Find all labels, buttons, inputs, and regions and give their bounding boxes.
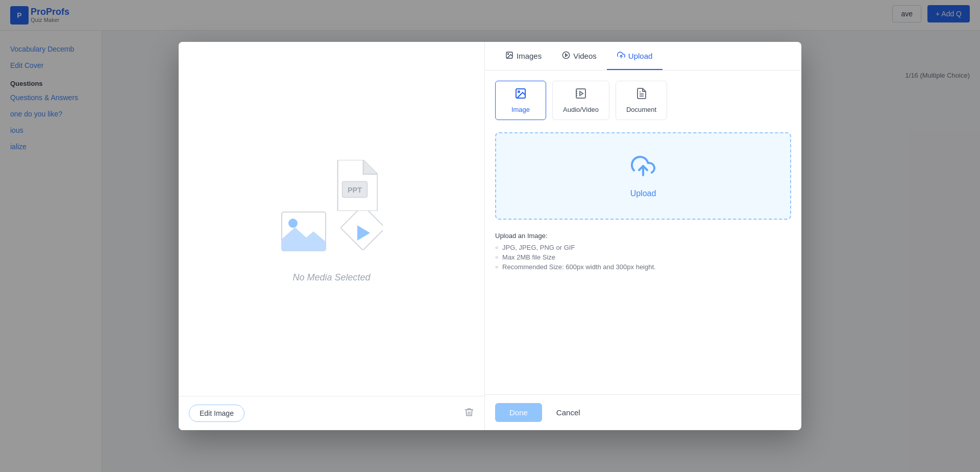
svg-point-7 <box>508 53 509 54</box>
upload-type-tabs: Image Audio/Video <box>495 81 791 120</box>
info-item-formats: JPG, JPEG, PNG or GIF <box>495 244 791 251</box>
cancel-button[interactable]: Cancel <box>548 403 589 422</box>
audio-video-type-icon <box>575 87 587 103</box>
upload-area-label: Upload <box>630 189 656 198</box>
modal-dialog: PPT <box>179 42 801 430</box>
edit-image-button[interactable]: Edit Image <box>189 405 244 422</box>
no-media-text: No Media Selected <box>292 272 370 283</box>
modal-left-panel: PPT <box>179 42 485 430</box>
upload-info-section: Upload an Image: JPG, JPEG, PNG or GIF M… <box>495 232 791 271</box>
upload-tab-icon <box>617 51 625 61</box>
modal-right-panel: Images Videos <box>485 42 801 430</box>
upload-type-audio-video[interactable]: Audio/Video <box>552 81 609 120</box>
svg-rect-13 <box>576 89 585 98</box>
diamond-icon <box>337 211 383 257</box>
ppt-icon: PPT <box>332 160 378 211</box>
upload-info-title: Upload an Image: <box>495 232 791 240</box>
videos-tab-label: Videos <box>573 52 597 60</box>
upload-drop-area[interactable]: Upload <box>495 132 791 220</box>
media-preview-area: PPT <box>179 42 484 396</box>
media-placeholder-icons: PPT <box>276 155 388 257</box>
image-type-icon <box>514 87 527 103</box>
svg-marker-9 <box>566 54 568 56</box>
tab-upload[interactable]: Upload <box>607 43 663 69</box>
svg-point-3 <box>288 219 298 228</box>
svg-text:PPT: PPT <box>347 186 361 194</box>
images-tab-label: Images <box>517 52 542 60</box>
info-item-size: Max 2MB file Size <box>495 253 791 261</box>
audio-video-type-label: Audio/Video <box>563 106 599 113</box>
upload-type-image[interactable]: Image <box>495 81 546 120</box>
tab-videos[interactable]: Videos <box>552 43 607 69</box>
image-type-label: Image <box>511 106 530 113</box>
images-tab-icon <box>505 51 513 61</box>
done-button[interactable]: Done <box>495 403 542 422</box>
svg-point-12 <box>518 91 520 92</box>
document-type-label: Document <box>626 106 656 113</box>
image-placeholder-icon <box>281 211 327 252</box>
tab-bar: Images Videos <box>485 42 801 70</box>
svg-point-8 <box>563 52 570 58</box>
upload-tab-label: Upload <box>628 52 653 60</box>
document-type-icon <box>635 87 648 103</box>
upload-cloud-icon <box>631 154 655 183</box>
modal-right-footer: Done Cancel <box>485 394 801 430</box>
tab-images[interactable]: Images <box>495 43 552 69</box>
videos-tab-icon <box>562 51 570 61</box>
info-item-recommended: Recommended Size: 600px width and 300px … <box>495 263 791 271</box>
modal-overlay: PPT <box>0 0 980 472</box>
modal-left-footer: Edit Image <box>179 396 484 430</box>
svg-marker-14 <box>580 91 583 96</box>
upload-info-list: JPG, JPEG, PNG or GIF Max 2MB file Size … <box>495 244 791 271</box>
upload-type-document[interactable]: Document <box>616 81 667 120</box>
delete-icon[interactable] <box>464 407 474 420</box>
right-content: Image Audio/Video <box>485 70 801 394</box>
